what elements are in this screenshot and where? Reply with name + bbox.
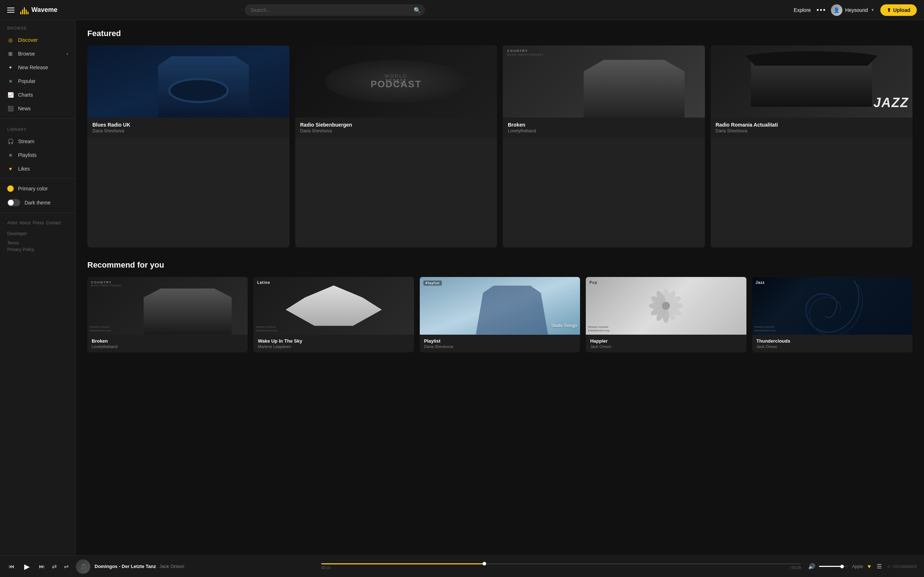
release-text: Release exclusiveEntertainment corp. xyxy=(89,325,111,332)
dark-theme-setting[interactable]: Dark theme xyxy=(0,195,76,210)
rec-card-img-broken: COUNTRY Music Radio Podcast Release excl… xyxy=(87,277,247,335)
shuffle-button[interactable]: ⇌ xyxy=(63,561,70,571)
volume-bar[interactable] xyxy=(819,566,848,567)
dark-theme-toggle[interactable] xyxy=(7,199,20,206)
volume-knob[interactable] xyxy=(840,565,844,568)
player-progress-bar[interactable] xyxy=(321,563,801,564)
rec-card-artist-broken: Lovelytheband xyxy=(92,344,243,349)
headphone-icon: 🎧 xyxy=(7,138,14,145)
rec-card-artist-thunderclouds: Jack Orison xyxy=(756,344,908,349)
privacy-link[interactable]: Privacy Policy xyxy=(7,247,68,252)
mic-grid xyxy=(382,76,410,88)
rec-card-img-wakeup: Latino Release exclusiveEntertainment co… xyxy=(254,277,414,335)
upload-button[interactable]: ⬆ Upload xyxy=(880,4,917,16)
user-menu[interactable]: 👤 Heysound ▼ xyxy=(831,4,874,16)
chevron-down-icon: ▼ xyxy=(871,8,874,12)
rec-card-title-happier: Happier xyxy=(590,338,742,344)
sidebar-divider-2 xyxy=(0,179,76,179)
rec-card-title-broken: Broken xyxy=(92,338,243,344)
press-link[interactable]: Press xyxy=(33,220,44,226)
username: Heysound xyxy=(845,7,868,13)
jazz-text: JAZZ xyxy=(874,95,909,110)
player-progress-knob[interactable] xyxy=(483,562,486,566)
featured-card-jazz[interactable]: JAZZ Radio Romania Actualitati Daria She… xyxy=(711,45,913,247)
sidebar-item-news[interactable]: ⬛ News xyxy=(0,102,76,115)
rec-card-info-thunderclouds: Thunderclouds Jack Orison xyxy=(752,335,913,352)
featured-grid: Blues Radio UK Daria Shevtsova WORLD POD… xyxy=(87,45,913,247)
about-link[interactable]: About xyxy=(19,220,30,226)
rec-card-img-happier: Pop xyxy=(586,277,746,335)
rec-card-info-wakeup: Wake Up In The Sky Marlene Leppänen xyxy=(254,335,414,352)
svg-point-12 xyxy=(662,302,670,310)
player-times: 00:10 / 00:29 xyxy=(321,566,801,570)
play-button[interactable]: ▶ xyxy=(20,560,33,573)
featured-card-blues-radio[interactable]: Blues Radio UK Daria Shevtsova xyxy=(87,45,289,247)
skip-forward-button[interactable]: ⏭ xyxy=(37,562,46,571)
avatar: 👤 xyxy=(831,4,842,16)
upload-icon: ⬆ xyxy=(887,7,891,13)
developer-link[interactable]: Developer xyxy=(0,230,76,239)
rec-card-broken[interactable]: COUNTRY Music Radio Podcast Release excl… xyxy=(87,277,247,352)
primary-color-setting[interactable]: Primary color xyxy=(0,182,76,195)
primary-color-swatch xyxy=(7,185,14,192)
main-content: Featured Blues Radio UK Daria Shevtsova xyxy=(76,20,924,555)
featured-card-artist-blues: Daria Shevtsova xyxy=(92,128,284,134)
player-total-time: / 00:29 xyxy=(790,566,801,570)
featured-card-image-broken: COUNTRYMusic Radio Podcast xyxy=(503,45,705,118)
featured-card-title-blues: Blues Radio UK xyxy=(92,122,284,128)
volume-icon[interactable]: 🔊 xyxy=(807,561,817,571)
sidebar-item-playlists[interactable]: ≡ Playlists xyxy=(0,148,76,162)
search-button[interactable]: 🔍 xyxy=(414,6,421,13)
rec-card-thunderclouds[interactable]: Jazz Release exclusiveEntertainment corp… xyxy=(752,277,913,352)
sidebar-item-discover[interactable]: ◎ Discover xyxy=(0,33,76,47)
toggle-knob xyxy=(8,200,14,206)
rec-card-wake-up[interactable]: Latino Release exclusiveEntertainment co… xyxy=(254,277,414,352)
sidebar-item-charts[interactable]: 📈 Charts xyxy=(0,88,76,102)
featured-card-title-broken: Broken xyxy=(508,122,700,128)
rec-card-happier[interactable]: Pop xyxy=(586,277,746,352)
search-input[interactable] xyxy=(245,4,425,16)
featured-card-broken[interactable]: COUNTRYMusic Radio Podcast Broken Lovely… xyxy=(503,45,705,247)
logo[interactable]: Waveme xyxy=(20,6,57,15)
featured-card-info-jazz: Radio Romania Actualitati Daria Shevtsov… xyxy=(711,118,913,138)
rec-card-title-playlist: Playlist xyxy=(424,338,576,344)
recommend-title: Recommend for you xyxy=(87,260,913,270)
library-section-label: Library xyxy=(0,121,76,134)
sidebar-item-popular[interactable]: ≡ Popular xyxy=(0,74,76,88)
rec-card-artist-playlist: Daria Shevtsova xyxy=(424,344,576,349)
sidebar-item-stream[interactable]: 🎧 Stream xyxy=(0,134,76,148)
sidebar-item-browse[interactable]: ⊞ Browse ▾ xyxy=(0,47,76,61)
explore-link[interactable]: Explore xyxy=(794,7,811,13)
queue-icon[interactable]: ☰ xyxy=(875,561,883,571)
news-icon: ⬛ xyxy=(7,105,14,112)
featured-card-podcast[interactable]: WORLD PODCAST Radio Siebenbuergen Daria … xyxy=(295,45,498,247)
star-icon: ✦ xyxy=(7,64,14,71)
apple-label: Apple xyxy=(852,564,863,569)
skip-back-button[interactable]: ⏮ xyxy=(7,562,16,571)
player-track-name: Domingos - Der Letzte Tanz Jack Orison xyxy=(95,564,184,569)
player-right: 🔊 Apple ♥ ☰ © ©DUNIAWEB xyxy=(807,561,917,571)
terms-link[interactable]: Terms xyxy=(7,240,68,246)
contact-link[interactable]: Contact xyxy=(46,220,61,226)
featured-card-title-podcast: Radio Siebenbuergen xyxy=(300,122,492,128)
recommend-grid: COUNTRY Music Radio Podcast Release excl… xyxy=(87,277,913,352)
playlist-icon: ≡ xyxy=(7,152,14,158)
app-name: Waveme xyxy=(31,6,57,14)
player-controls: ⏮ ▶ ⏭ ⇄ ⇌ xyxy=(7,560,70,573)
rec-card-playlist[interactable]: Playlist Skate Songs Playlist Daria Shev… xyxy=(420,277,580,352)
sidebar-item-likes[interactable]: ♥ Likes xyxy=(0,162,76,176)
nav-right: Explore 👤 Heysound ▼ ⬆ Upload xyxy=(794,4,917,16)
repeat-button[interactable]: ⇄ xyxy=(50,561,58,571)
player-heart-icon[interactable]: ♥ xyxy=(867,563,871,570)
featured-card-image-jazz: JAZZ xyxy=(711,45,913,118)
genre-badge-playlist: Playlist xyxy=(423,280,442,285)
more-options-button[interactable] xyxy=(817,9,825,11)
sidebar-item-new-release[interactable]: ✦ New Release xyxy=(0,61,76,74)
featured-card-title-jazz: Radio Romania Actualitati xyxy=(716,122,908,128)
player-track: 🎵 Domingos - Der Letzte Tanz Jack Orison xyxy=(76,559,315,574)
menu-toggle[interactable] xyxy=(7,8,15,13)
player-progress-fill xyxy=(321,563,485,564)
artist-link[interactable]: Artist xyxy=(7,220,17,226)
rec-card-img-playlist: Playlist Skate Songs xyxy=(420,277,580,335)
featured-card-info-broken: Broken Lovelytheband xyxy=(503,118,705,138)
